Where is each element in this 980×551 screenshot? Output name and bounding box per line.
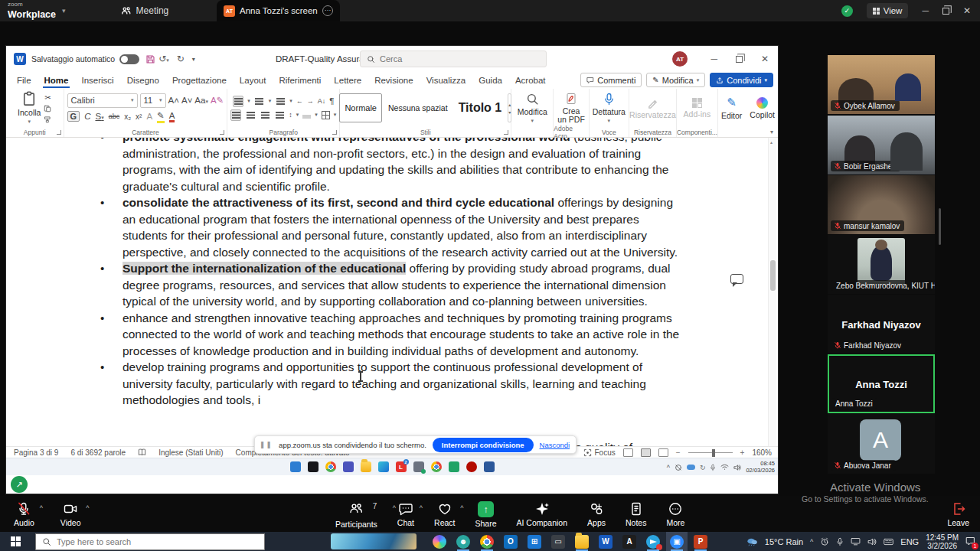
participant-tile[interactable]: Oybek Allamov	[828, 55, 935, 114]
strikethrough-button[interactable]: abc	[109, 112, 120, 120]
taskbar-chrome[interactable]	[476, 532, 498, 551]
justify-button[interactable]	[274, 109, 285, 121]
word-account-avatar[interactable]: AT	[672, 51, 688, 67]
share-button[interactable]: Condividi ▾	[710, 73, 773, 87]
active-speaker-tile[interactable]: Anna Tozzi Anna Tozzi	[828, 354, 935, 413]
taskbar-outlook[interactable]: O	[500, 532, 521, 551]
dictate-button[interactable]: Dettatura ▾	[593, 93, 626, 124]
undo-button[interactable]: ↺▾	[158, 54, 169, 64]
format-painter-icon[interactable]	[44, 116, 51, 123]
copilot-button[interactable]: Copilot	[750, 97, 775, 119]
menu-visualizza[interactable]: Visualizza	[426, 76, 466, 85]
word-search-input[interactable]	[380, 54, 518, 64]
comment-indicator-icon[interactable]	[730, 274, 743, 284]
word-search-box[interactable]	[360, 51, 547, 67]
remote-tray-chevron-icon[interactable]: ^	[667, 464, 670, 471]
word-count[interactable]: 6 di 3692 parole	[70, 448, 126, 457]
minimize-button[interactable]: ─	[922, 5, 929, 16]
zoom-slider[interactable]	[688, 452, 733, 454]
menu-riferimenti[interactable]: Riferimenti	[279, 76, 321, 85]
clear-formatting-icon[interactable]: A✎	[211, 95, 224, 106]
cut-icon[interactable]: ✂	[44, 93, 51, 102]
remote-edge-icon[interactable]	[378, 461, 389, 472]
word-minimize-button[interactable]: ─	[710, 54, 717, 64]
zoom-slider-thumb[interactable]	[712, 449, 715, 457]
page-indicator[interactable]: Pagina 3 di 9	[14, 448, 58, 457]
grow-font-icon[interactable]: A˄	[168, 96, 179, 105]
zoom-out-icon[interactable]: −	[676, 448, 681, 457]
word-restore-button[interactable]	[736, 56, 743, 63]
quick-access-chevron-icon[interactable]: ▾	[192, 56, 195, 63]
chat-button[interactable]: Chat ^	[397, 501, 414, 529]
shading-icon[interactable]	[302, 111, 311, 119]
participant-tile[interactable]: Bobir Ergashev	[828, 116, 935, 174]
text-effects-button[interactable]: A	[146, 112, 152, 121]
remote-chrome-icon[interactable]	[325, 461, 336, 472]
restore-button[interactable]	[942, 8, 949, 15]
remote-taskview-icon[interactable]	[308, 461, 318, 472]
start-button[interactable]	[0, 532, 31, 551]
taskbar-powerpoint[interactable]: P	[690, 532, 711, 551]
menu-disegno[interactable]: Disegno	[127, 76, 159, 85]
participants-button[interactable]: 7 Participants ^	[335, 501, 377, 529]
display-cast-icon[interactable]	[851, 537, 861, 546]
change-case-button[interactable]: Aa▾	[194, 96, 208, 105]
proofing-icon[interactable]	[138, 448, 146, 456]
taskbar-copilot[interactable]	[429, 532, 450, 551]
taskbar-search-box[interactable]	[35, 533, 265, 550]
font-size-select[interactable]: 11▾	[140, 93, 166, 108]
menu-file[interactable]: File	[17, 76, 31, 85]
style-heading1[interactable]: Titolo 1	[454, 93, 507, 122]
remote-l-app-icon[interactable]: L2	[396, 461, 407, 472]
remote-start-icon[interactable]	[290, 461, 301, 472]
style-normal[interactable]: Normale	[339, 93, 382, 122]
underline-button[interactable]: S▾	[95, 112, 103, 121]
remote-acrobat-icon[interactable]	[466, 461, 477, 472]
apps-button[interactable]: Apps	[587, 501, 606, 529]
speaker-icon[interactable]	[867, 537, 877, 546]
workspace-chevron-icon[interactable]: ▾	[62, 7, 66, 15]
web-layout-icon[interactable]	[658, 448, 668, 457]
ai-companion-button[interactable]: AI Companion	[517, 501, 568, 529]
remote-sheets-icon[interactable]	[449, 461, 459, 472]
comments-button[interactable]: Commenti	[580, 73, 642, 87]
action-center-button[interactable]: 1	[965, 536, 975, 547]
paragraph-dialog-launcher[interactable]	[332, 130, 337, 135]
document-text[interactable]: promote systematic engagement with repre…	[122, 138, 681, 409]
taskbar-device[interactable]: ▭	[547, 532, 569, 551]
video-button[interactable]: Video ^	[60, 501, 81, 527]
menu-layout[interactable]: Layout	[240, 76, 266, 85]
zoom-annotation-floater-icon[interactable]: ↗	[11, 476, 28, 493]
remote-teams-icon[interactable]	[343, 461, 354, 472]
zoom-in-icon[interactable]: +	[740, 448, 745, 457]
sort-icon[interactable]: A↓	[318, 97, 326, 105]
menu-guida[interactable]: Guida	[479, 76, 502, 85]
screen-tab-options-icon[interactable]: ⋯	[322, 5, 333, 16]
more-button[interactable]: More	[666, 501, 684, 529]
pause-share-icon[interactable]: ❚❚	[260, 441, 273, 448]
subscript-button[interactable]: x₂	[124, 112, 131, 121]
styles-dialog-launcher[interactable]	[504, 130, 508, 135]
align-left-button[interactable]	[230, 109, 241, 121]
superscript-button[interactable]: x²	[136, 112, 142, 121]
zoom-level[interactable]: 160%	[752, 448, 772, 457]
menu-home[interactable]: Home	[44, 76, 69, 85]
participant-tile[interactable]: A Abuova Janar	[828, 414, 935, 474]
decrease-indent-icon[interactable]: ←	[296, 97, 303, 105]
font-dialog-launcher[interactable]	[220, 130, 224, 135]
menu-lettere[interactable]: Lettere	[334, 76, 361, 85]
save-icon[interactable]	[145, 54, 155, 64]
scroll-up-icon[interactable]: ▴	[770, 139, 773, 145]
borders-icon[interactable]	[322, 111, 330, 119]
create-pdf-button[interactable]: Crea un PDF	[557, 93, 585, 124]
tray-chevron-icon[interactable]: ^	[810, 538, 813, 546]
weather-label[interactable]: 15°C Rain	[765, 537, 803, 546]
taskbar-search-input[interactable]	[57, 537, 233, 546]
clock[interactable]: 12:45 PM 3/2/2026	[926, 533, 959, 550]
taskbar-word[interactable]: W	[595, 532, 616, 551]
language-switcher[interactable]: ENG	[900, 537, 919, 546]
font-color-button[interactable]: A	[169, 111, 175, 122]
copy-icon[interactable]	[44, 105, 51, 112]
search-highlight-image[interactable]	[331, 533, 416, 549]
leave-button[interactable]: Leave	[947, 501, 969, 527]
